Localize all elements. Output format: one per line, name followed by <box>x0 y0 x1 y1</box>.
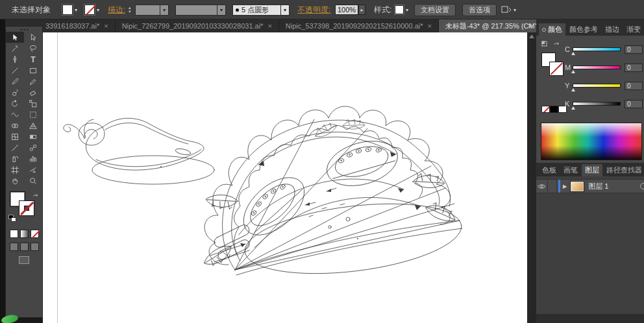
tool-pencil[interactable] <box>24 76 42 87</box>
fill-color-swatch[interactable]: ▾ <box>62 0 77 19</box>
layers-panel-body: ▶ 图层 1 <box>536 176 644 314</box>
doc-tab-1[interactable]: 33916183037.ai*× <box>39 19 116 32</box>
brush-definition-combo[interactable]: 5 点圆形▾ <box>232 5 290 16</box>
stroke-width-stepper[interactable]: ▴▾ <box>129 0 132 19</box>
none-mode-button[interactable] <box>31 230 39 238</box>
tool-hand[interactable] <box>6 175 24 186</box>
tool-line-segment[interactable] <box>6 65 24 76</box>
black-slider[interactable] <box>573 102 621 106</box>
tab-color[interactable]: 颜色 <box>539 23 565 36</box>
opacity-link[interactable]: 不透明度: <box>297 5 330 16</box>
stroke-panel-link[interactable]: 描边: <box>108 5 125 16</box>
lock-toggle[interactable] <box>548 180 557 193</box>
tab-layers[interactable]: 图层 <box>582 164 602 176</box>
tool-shape-builder[interactable] <box>6 120 24 131</box>
layer-row[interactable]: ▶ 图层 1 <box>536 179 644 193</box>
slider-thumb[interactable] <box>571 88 575 91</box>
document-setup-button[interactable]: 文档设置 <box>414 4 456 16</box>
canvas[interactable] <box>43 32 527 323</box>
tool-rectangle[interactable] <box>24 65 42 76</box>
color-spectrum[interactable] <box>541 123 642 160</box>
stroke-width-combo[interactable]: ▾ <box>135 5 169 16</box>
slider-thumb[interactable] <box>571 106 575 110</box>
workspace-switcher[interactable]: ▾ <box>501 0 516 19</box>
variable-width-profile-combo[interactable]: ▾ <box>175 5 226 16</box>
brush-dot-icon <box>236 8 239 12</box>
gradient-mode-button[interactable] <box>20 230 29 238</box>
yellow-slider[interactable] <box>573 84 621 88</box>
style-swatch[interactable]: ▾ <box>395 0 408 19</box>
stroke-color-swatch[interactable]: ▾ <box>84 0 99 19</box>
tool-type[interactable]: T <box>24 54 42 65</box>
draw-normal-button[interactable] <box>10 243 18 251</box>
stroke-none-swatch-icon <box>84 5 95 15</box>
selection-status: 未选择对象 <box>12 5 51 16</box>
visibility-toggle[interactable] <box>536 180 548 193</box>
slider-thumb[interactable] <box>571 70 575 73</box>
close-icon[interactable]: × <box>267 22 271 30</box>
black-value[interactable]: 0 <box>625 100 643 108</box>
default-fill-stroke-button[interactable] <box>8 215 18 222</box>
tool-blend[interactable] <box>24 142 42 153</box>
doc-tab-2[interactable]: Nipic_7262799_20190920103330028031.ai*× <box>116 19 279 32</box>
tab-swatches[interactable]: 色板 <box>539 164 560 176</box>
tool-zoom[interactable] <box>24 175 42 186</box>
tool-selection[interactable] <box>6 32 24 43</box>
magenta-slider[interactable] <box>573 66 621 69</box>
tool-magic-wand[interactable] <box>6 43 24 54</box>
collapse-up-icon[interactable] <box>529 34 534 38</box>
screen-mode-button[interactable] <box>19 256 29 264</box>
close-icon[interactable]: × <box>428 22 432 30</box>
tool-lasso[interactable] <box>24 43 42 54</box>
tool-perspective-grid[interactable] <box>24 120 42 131</box>
expand-arrow-icon[interactable]: ▶ <box>563 184 567 189</box>
layer-name[interactable]: 图层 1 <box>588 182 640 191</box>
tab-gradient[interactable]: 渐变 <box>623 23 644 36</box>
yellow-value[interactable]: 0 <box>625 82 643 90</box>
tool-slice[interactable] <box>24 164 42 175</box>
opacity-dropdown-button[interactable]: ▸ <box>358 5 365 15</box>
tool-blob-brush[interactable] <box>6 87 24 98</box>
tool-paintbrush[interactable] <box>6 76 24 87</box>
swap-fill-stroke-icon[interactable] <box>32 191 40 203</box>
black-swatch[interactable] <box>550 106 558 113</box>
opacity-input[interactable]: 100% <box>335 5 358 15</box>
tool-pen[interactable] <box>6 54 24 65</box>
tab-stroke[interactable]: 描边 <box>602 23 623 36</box>
cycle-colors-icon[interactable] <box>553 41 560 47</box>
doc-tab-3[interactable]: Nipic_537398_20190929202152610000.ai*× <box>279 19 439 32</box>
tool-eyedropper[interactable] <box>6 142 24 153</box>
tool-gradient[interactable] <box>24 131 42 142</box>
draw-inside-button[interactable] <box>31 243 39 251</box>
cyan-value[interactable]: 0 <box>625 45 643 54</box>
layer-thumbnail[interactable] <box>571 182 584 191</box>
preferences-button[interactable]: 首选项 <box>462 4 497 16</box>
tool-direct-selection[interactable] <box>24 32 42 43</box>
tab-color-guide[interactable]: 颜色参考 <box>566 23 601 36</box>
tools-panel-grip[interactable] <box>6 27 42 32</box>
layer-target-icon[interactable] <box>640 183 644 189</box>
tool-free-transform[interactable] <box>24 109 42 120</box>
tool-artboard[interactable] <box>6 164 24 175</box>
magenta-value[interactable]: 0 <box>625 64 643 72</box>
panel-stroke-proxy[interactable] <box>549 62 564 76</box>
tab-brushes[interactable]: 画笔 <box>560 164 581 176</box>
tool-symbol-sprayer[interactable] <box>6 153 24 164</box>
none-swatch[interactable] <box>541 106 550 113</box>
tab-overflow-chevrons[interactable]: » <box>528 21 532 30</box>
tool-mesh[interactable] <box>6 131 24 142</box>
close-icon[interactable]: × <box>104 22 108 30</box>
tool-scale[interactable] <box>24 98 42 109</box>
tab-pathfinder[interactable]: 路径查找器 <box>603 164 644 176</box>
dock-divider[interactable] <box>527 32 536 323</box>
swatch-grid-icon[interactable] <box>541 41 548 47</box>
layer-color-bar <box>558 180 560 193</box>
tool-width[interactable] <box>6 109 24 120</box>
tool-eraser[interactable] <box>24 87 42 98</box>
tool-rotate[interactable] <box>6 98 24 109</box>
cyan-slider[interactable] <box>573 47 621 51</box>
color-mode-button[interactable] <box>10 230 18 238</box>
draw-behind-button[interactable] <box>20 243 29 251</box>
slider-thumb[interactable] <box>571 52 575 55</box>
tool-column-graph[interactable] <box>24 153 42 164</box>
